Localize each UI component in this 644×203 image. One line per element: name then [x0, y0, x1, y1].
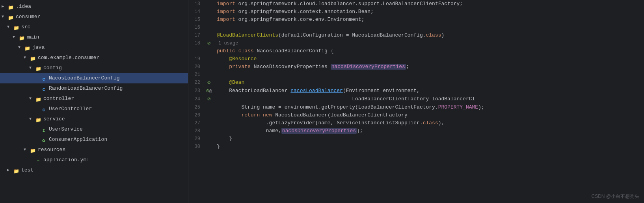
folder-icon: 📁	[24, 44, 31, 51]
tree-item-main[interactable]: ▼📁main	[0, 32, 188, 42]
line-gutter	[204, 119, 214, 127]
folder-icon: 📁	[7, 4, 14, 10]
tree-item-service[interactable]: ▼📁service	[0, 114, 188, 124]
class-icon: C	[40, 106, 47, 112]
code-line: 14import org.springframework.context.ann…	[188, 8, 644, 16]
code-text: (Environment environment,	[343, 88, 420, 94]
line-number: 16	[188, 24, 204, 31]
file-tree[interactable]: ▶📁.idea▼📁consumer▼📁src▼📁main▼📁java▼📁com.…	[0, 0, 188, 203]
line-gutter	[204, 71, 214, 79]
class-icon: C	[40, 75, 47, 81]
arrow-icon: ▶	[2, 2, 7, 11]
line-number: 21	[188, 71, 204, 79]
line-gutter	[204, 16, 214, 24]
folder-icon: 📁	[35, 65, 42, 71]
line-number: 23	[188, 87, 204, 95]
line-text: LoadBalancerClientFactory loadBalancerCl	[214, 95, 644, 103]
code-text: org.springframework.context.annotation.B…	[235, 9, 374, 15]
tree-label: java	[32, 43, 45, 52]
code-line: 27 .getLazyProvider(name, ServiceInstanc…	[188, 119, 644, 127]
tree-item-UserController[interactable]: CUserController	[0, 104, 188, 114]
arrow-icon: ▼	[29, 115, 35, 124]
line-text: }	[214, 135, 644, 143]
code-line: 19 @Resource	[188, 55, 644, 63]
code-line: 15import org.springframework.core.env.En…	[188, 16, 644, 24]
arrow-icon: ▼	[7, 23, 13, 31]
tree-item-java[interactable]: ▼📁java	[0, 42, 188, 53]
arrow-icon: ▼	[18, 43, 24, 52]
line-number: 20	[188, 63, 204, 71]
tree-item-com.example.consumer[interactable]: ▼📁com.example.consumer	[0, 53, 188, 63]
code-line: 16	[188, 24, 644, 31]
code-text	[235, 48, 238, 54]
tree-label: RandomLoadBalancerConfig	[49, 84, 123, 93]
code-line: 30}	[188, 143, 644, 151]
line-gutter	[204, 24, 214, 31]
line-gutter	[204, 0, 214, 8]
line-text: @Resource	[214, 55, 644, 63]
tree-item-UserService[interactable]: IUserService	[0, 124, 188, 135]
line-gutter	[204, 111, 214, 119]
tree-item-src[interactable]: ▼📁src	[0, 22, 188, 32]
line-gutter	[204, 8, 214, 16]
line-text: @Bean	[214, 79, 644, 87]
tree-item-NacosLoadBalancerConfig[interactable]: CNacosLoadBalancerConfig	[0, 73, 188, 83]
field-highlight: nacosDiscoveryProperties	[331, 64, 406, 70]
line-number: 18	[188, 39, 204, 55]
line-number: 13	[188, 0, 204, 8]
line-gutter	[204, 127, 214, 135]
tree-label: config	[43, 64, 62, 72]
field: PROPERTY_NAME	[438, 104, 478, 110]
tree-item-config[interactable]: ▼📁config	[0, 63, 188, 73]
tree-label: service	[43, 115, 65, 124]
tree-item-test[interactable]: ▶📁test	[0, 165, 188, 175]
line-gutter	[204, 135, 214, 143]
spring-icon: ✿	[40, 137, 47, 143]
tree-item-RandomLoadBalancerConfig[interactable]: CRandomLoadBalancerConfig	[0, 83, 188, 94]
code-text: .getLazyProvider(name, ServiceInstanceLi…	[217, 120, 423, 126]
keyword: private	[229, 64, 251, 70]
line-number: 14	[188, 8, 204, 16]
arrow-icon: ▼	[2, 13, 7, 21]
code-text: )	[441, 32, 445, 38]
tree-item-idea[interactable]: ▶📁.idea	[0, 2, 188, 12]
line-number: 19	[188, 55, 204, 63]
classname: NacosLoadBalancerConfig	[257, 48, 327, 54]
code-text: LoadBalancerClientFactory loadBalancerCl	[217, 96, 475, 102]
folder-icon: 📁	[35, 116, 42, 122]
tree-label: .idea	[16, 2, 31, 11]
tree-item-application.yml[interactable]: ≡application.yml	[0, 155, 188, 165]
code-line: 26 return new NacosLoadBalancer(loadBala…	[188, 111, 644, 119]
yaml-icon: ≡	[35, 157, 42, 163]
code-editor: 13import org.springframework.cloud.loadb…	[188, 0, 644, 203]
code-text	[260, 112, 263, 118]
tree-item-controller[interactable]: ▼📁controller	[0, 94, 188, 104]
code-line: 17@LoadBalancerClients(defaultConfigurat…	[188, 31, 644, 39]
code-line: 25 String name = environment.getProperty…	[188, 103, 644, 111]
folder-icon: 📁	[7, 14, 14, 20]
keyword: class	[426, 32, 441, 38]
method: nacosLoadBalancer	[290, 88, 343, 94]
keyword: public	[217, 48, 235, 54]
line-gutter	[204, 143, 214, 151]
code-line: 20 private NacosDiscoveryProperties naco…	[188, 63, 644, 71]
arrow-icon: ▼	[29, 94, 35, 103]
code-text: org.springframework.core.env.Environment…	[235, 17, 365, 22]
code-text: org.springframework.cloud.loadbalancer.s…	[235, 1, 463, 7]
tree-item-consumer[interactable]: ▼📁consumer	[0, 12, 188, 22]
line-gutter: ⊘	[204, 95, 214, 103]
arrow-icon: ▼	[24, 146, 29, 154]
annotation: @Resource	[217, 56, 257, 62]
tree-item-ConsumerApplication[interactable]: ✿ConsumerApplication	[0, 135, 188, 145]
tree-label: consumer	[16, 13, 40, 21]
code-text: ReactorLoadBalancer	[217, 88, 290, 94]
tree-label: UserController	[49, 105, 92, 113]
line-text: }	[214, 143, 644, 151]
code-text: ),	[438, 120, 445, 126]
tree-item-resources[interactable]: ▼📁resources	[0, 145, 188, 155]
interface-icon: I	[40, 126, 47, 133]
keyword: return	[241, 112, 260, 118]
line-number: 25	[188, 103, 204, 111]
line-number: 29	[188, 135, 204, 143]
annotation: @LoadBalancerClients	[217, 32, 278, 38]
